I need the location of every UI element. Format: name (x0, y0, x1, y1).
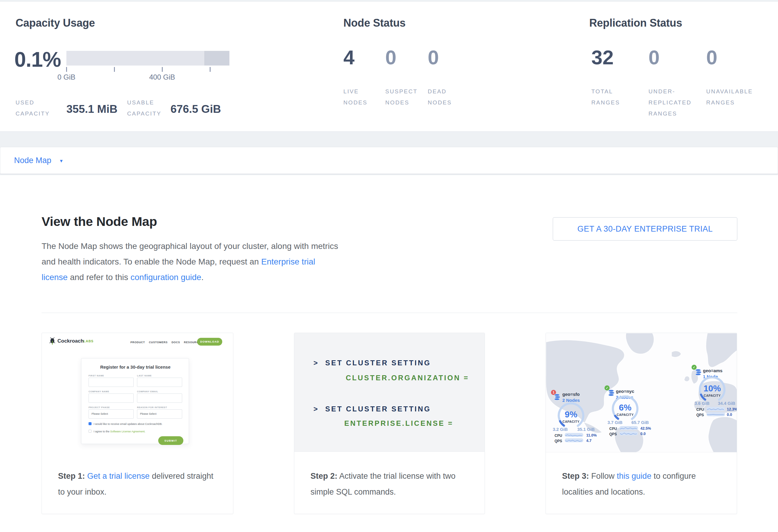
sql-line-4: ENTERPRISE.LICENSE = (344, 419, 454, 428)
replication-status-title: Replication Status (589, 17, 682, 29)
qps-sparkline (619, 432, 638, 435)
cluster-summary-panel: Capacity Usage 0.1% 0 GiB 400 GiB USED C… (0, 2, 778, 132)
node-map-promo-panel: View the Node Map The Node Map shows the… (0, 175, 778, 532)
company-name-label: COMPANY NAME (88, 390, 109, 393)
form-title: Register for a 30-day trial license (81, 365, 189, 370)
step1-caption: Step 1: Get a trial license delivered st… (58, 468, 220, 500)
node-status-title: Node Status (343, 17, 406, 29)
nav-customers[interactable]: CUSTOMERS (149, 341, 168, 344)
step3-card: 1 geo=sfo 2 Nodes 9% CAPACITY 3.2 GiB (546, 333, 737, 514)
database-nodes-icon (695, 369, 702, 376)
reason-for-interest-select[interactable]: Please Select (137, 409, 182, 419)
suspect-nodes-value: 0 (385, 47, 396, 67)
cluster-overview-page: Capacity Usage 0.1% 0 GiB 400 GiB USED C… (0, 0, 778, 532)
unavailable-ranges-label: UNAVAILABLERANGES (706, 86, 753, 108)
suspect-nodes-label: SUSPECTNODES (385, 86, 417, 108)
download-button[interactable]: DOWNLOAD (197, 338, 222, 346)
usable-capacity-value: 676.5 GiB (170, 103, 221, 116)
this-guide-link[interactable]: this guide (617, 471, 651, 480)
submit-button[interactable]: SUBMIT (158, 436, 183, 445)
cpu-sparkline (619, 426, 638, 430)
company-email-input[interactable] (137, 393, 182, 403)
capacity-tick-label-0: 0 GiB (58, 73, 75, 81)
email-updates-checkbox[interactable] (88, 422, 91, 425)
under-replicated-ranges-value: 0 (648, 47, 659, 67)
database-nodes-icon (554, 393, 561, 401)
unavailable-ranges-value: 0 (706, 47, 717, 67)
node-map-dropdown[interactable]: Node Map ▼ (14, 156, 63, 165)
capacity-tick (210, 67, 211, 72)
capacity-tick (162, 67, 163, 72)
used-capacity-value: 355.1 MiB (66, 103, 118, 116)
license-agreement-label: I agree to the Software License Agreemen… (94, 430, 145, 433)
sql-line-3: > SET CLUSTER SETTING (313, 405, 431, 413)
step2-card: > SET CLUSTER SETTING CLUSTER.ORGANIZATI… (294, 333, 485, 514)
trial-license-form: Register for a 30-day trial license FIRS… (81, 358, 189, 444)
node-map-preview: 1 geo=sfo 2 Nodes 9% CAPACITY 3.2 GiB (546, 333, 737, 452)
software-license-agreement-link[interactable]: Software License Agreement. (110, 430, 146, 433)
first-name-label: FIRST NAME (88, 374, 104, 377)
capacity-tick (66, 67, 67, 72)
project-phase-select[interactable]: Please Select (88, 409, 134, 419)
configuration-guide-link[interactable]: configuration guide (131, 273, 201, 282)
capacity-bar (66, 51, 229, 66)
live-nodes-value: 4 (343, 47, 355, 67)
used-capacity-label: USED CAPACITY (15, 97, 50, 119)
cpu-sparkline (706, 407, 725, 411)
step1-card: Cockroach LABS PRODUCT CUSTOMERS DOCS RE… (42, 333, 233, 514)
capacity-usage-title: Capacity Usage (15, 17, 95, 29)
sql-code-block: > SET CLUSTER SETTING CLUSTER.ORGANIZATI… (294, 333, 484, 452)
step3-caption: Step 3: Follow this guide to configure l… (562, 468, 723, 500)
capacity-tick-label-400: 400 GiB (149, 73, 175, 81)
under-replicated-ranges-label: UNDER-REPLICATEDRANGES (648, 86, 692, 119)
cockroach-logo-text: Cockroach (58, 338, 84, 344)
live-nodes-label: LIVENODES (343, 86, 368, 108)
dead-nodes-label: DEADNODES (428, 86, 452, 108)
project-phase-label: PROJECT PHASE (88, 406, 110, 409)
email-updates-label: I would like to receive email updates ab… (94, 423, 162, 426)
last-name-input[interactable] (137, 378, 182, 387)
sql-line-1: > SET CLUSTER SETTING (313, 359, 431, 367)
capacity-tick (114, 67, 115, 72)
cpu-sparkline (565, 433, 583, 437)
sql-line-2: CLUSTER.ORGANIZATION = (346, 374, 469, 382)
dead-nodes-value: 0 (428, 47, 439, 67)
license-agreement-checkbox[interactable] (88, 430, 91, 433)
company-email-label: COMPANY EMAIL (137, 390, 158, 393)
company-name-input[interactable] (88, 393, 134, 403)
node-map-description: The Node Map shows the geographical layo… (42, 238, 341, 285)
capacity-bar-segment (204, 51, 229, 66)
nav-product[interactable]: PRODUCT (131, 341, 145, 344)
locality-ams[interactable]: ✓ geo=ams 1 Node 10% CAPACITY 3.6 GiB (692, 361, 737, 421)
locality-nyc[interactable]: ✓ geo=nyc 2 Nodes 6% CAPACITY 3.7 GiB (605, 381, 655, 441)
view-selector-bar: Node Map ▼ (0, 147, 778, 174)
get-trial-license-link[interactable]: Get a trial license (87, 471, 150, 480)
step2-caption: Step 2: Activate the trial license with … (310, 468, 469, 500)
page-title: View the Node Map (42, 214, 157, 229)
total-ranges-value: 32 (591, 47, 614, 67)
chevron-down-icon: ▼ (59, 158, 64, 163)
first-name-input[interactable] (88, 378, 134, 387)
locality-sfo[interactable]: 1 geo=sfo 2 Nodes 9% CAPACITY 3.2 GiB (551, 386, 602, 446)
cockroach-logo-labs: LABS (83, 339, 94, 343)
qps-sparkline (565, 438, 583, 442)
reason-for-interest-label: REASON FOR INTEREST (137, 406, 167, 409)
get-enterprise-trial-button[interactable]: GET A 30-DAY ENTERPRISE TRIAL (553, 217, 737, 241)
capacity-percent: 0.1% (14, 49, 61, 70)
usable-capacity-label: USABLE CAPACITY (127, 97, 161, 119)
nav-docs[interactable]: DOCS (171, 341, 180, 344)
total-ranges-label: TOTALRANGES (591, 86, 620, 108)
qps-sparkline (706, 412, 725, 416)
last-name-label: LAST NAME (137, 374, 152, 377)
section-divider (42, 313, 737, 313)
cockroach-labs-logo-icon (49, 337, 56, 345)
